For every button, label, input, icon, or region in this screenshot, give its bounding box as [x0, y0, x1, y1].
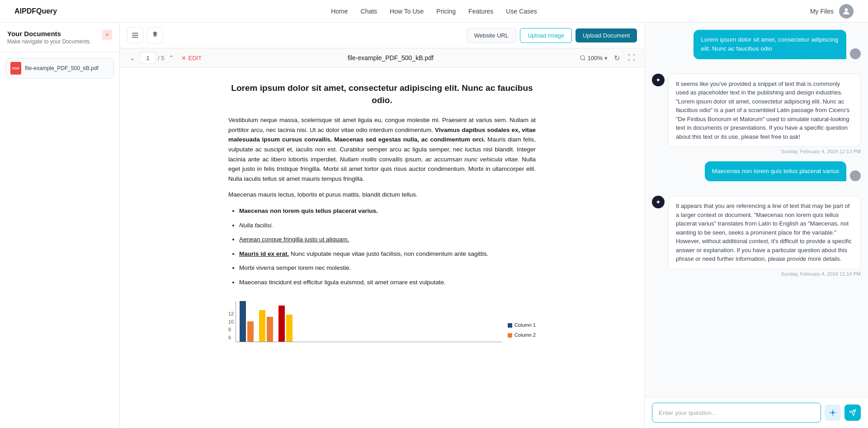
ai-bubble-1: It seems like you've provided a snippet … — [668, 74, 861, 147]
legend-item-1: Column 1 — [508, 321, 536, 329]
svg-point-0 — [845, 8, 848, 11]
ai-icon-2: ✦ — [656, 198, 661, 206]
nav-features[interactable]: Features — [468, 8, 493, 15]
chart-bars-wrapper — [236, 301, 502, 342]
list-item: Maecenas non lorem quis tellus placerat … — [239, 206, 536, 216]
nav-use-cases[interactable]: Use Cases — [506, 8, 537, 15]
upload-document-button[interactable]: Upload Document — [576, 28, 637, 42]
bar-col6-g3 — [286, 315, 292, 342]
search-icon — [580, 55, 586, 61]
pdf-content[interactable]: Lorem ipsum dolor sit amet, consectetur … — [120, 68, 644, 428]
nav-chats[interactable]: Chats — [361, 8, 377, 15]
page-prev-button[interactable]: ⌄ — [127, 53, 138, 62]
pdf-para-2: Maecenas mauris lectus, lobortis et puru… — [228, 190, 536, 200]
ai-bubble-col-2: It appears that you are referencing a li… — [668, 196, 861, 277]
y-label: 12 — [228, 310, 234, 318]
fullscreen-button[interactable]: ⛶ — [626, 53, 637, 63]
bar-group-1 — [240, 301, 254, 342]
nav-logo: AIPDFQuery — [14, 7, 57, 15]
sidebar-title-block: Your Documents Make navigate to your Doc… — [7, 30, 91, 45]
user-meta-1: Sunday, February 4, 2024 12:13 PM — [693, 61, 861, 66]
sidebar-docs: PDF file-example_PDF_500_kB.pdf — [0, 52, 119, 428]
ai-avatar-2: ✦ — [652, 196, 665, 208]
edit-button[interactable]: ✕ EDIT — [181, 55, 202, 61]
top-nav: AIPDFQuery Home Chats How To Use Pricing… — [0, 0, 868, 23]
zoom-control: 100% ▾ — [580, 55, 608, 61]
send-button[interactable] — [844, 404, 861, 421]
ai-meta-1: Sunday, February 4, 2024 12:13 PM — [668, 149, 861, 154]
chart-container: 12 10 8 6 — [228, 296, 536, 347]
pdf-page: Lorem ipsum dolor sit amet, consectetur … — [228, 82, 536, 347]
legend-label-2: Column 2 — [514, 331, 536, 339]
y-label: 10 — [228, 318, 234, 326]
ai-bubble-col-1: It seems like you've provided a snippet … — [668, 74, 861, 155]
left-sidebar: Your Documents Make navigate to your Doc… — [0, 23, 120, 428]
user-meta-2: Sunday, February 4, 2024 12:14 PM — [705, 183, 861, 188]
gemini-button[interactable] — [825, 404, 841, 421]
list-item: Aenean congue fringilla justo ut aliquam… — [239, 235, 536, 245]
ai-bubble-2: It appears that you are referencing a li… — [668, 196, 861, 269]
sidebar-close-button[interactable]: × — [102, 30, 112, 40]
bar-group-3 — [278, 306, 292, 342]
ai-avatar-1: ✦ — [652, 74, 665, 86]
chat-input[interactable] — [652, 403, 821, 423]
user-msg-row-1: Lorem ipsum dolor sit amet, consectetur … — [693, 30, 861, 59]
avatar[interactable] — [839, 4, 854, 19]
pdf-list: Maecenas non lorem quis tellus placerat … — [228, 206, 536, 287]
svg-point-4 — [154, 34, 156, 37]
user-avatar-1 — [850, 48, 861, 59]
bar-col4-g2 — [267, 317, 273, 342]
edit-x-icon: ✕ — [181, 55, 186, 61]
svg-point-7 — [831, 411, 834, 414]
user-msg-row-2: Maecenas non lorem quis tellus placerat … — [705, 161, 861, 181]
page-number-input[interactable] — [140, 52, 156, 64]
doc-item[interactable]: PDF file-example_PDF_500_kB.pdf — [5, 58, 114, 79]
upload-image-button[interactable]: Upload Image — [520, 28, 572, 43]
zoom-dropdown-button[interactable]: ▾ — [604, 55, 608, 61]
ai-time-2: Sunday, February 4, 2024 12:14 PM — [781, 271, 861, 277]
nav-how-to-use[interactable]: How To Use — [390, 8, 424, 15]
chart-y-axis: 12 10 8 6 — [228, 310, 236, 342]
user-message-2: Maecenas non lorem quis tellus placerat … — [705, 161, 861, 188]
list-item: Morbi viverra semper lorem nec molestie. — [239, 263, 536, 273]
send-icon — [849, 409, 856, 416]
ai-message-2: ✦ It appears that you are referencing a … — [652, 196, 861, 277]
right-chat-panel: Lorem ipsum dolor sit amet, consectetur … — [644, 23, 868, 428]
y-label: 6 — [228, 334, 234, 342]
bar-col5-g3 — [278, 306, 285, 342]
page-nav: ⌄ / 5 ⌃ — [127, 52, 177, 64]
legend-dot-1 — [508, 323, 512, 328]
user-bubble-1: Lorem ipsum dolor sit amet, consectetur … — [693, 30, 846, 59]
chat-input-area — [645, 397, 868, 428]
y-label: 8 — [228, 326, 234, 334]
legend-label-1: Column 1 — [514, 321, 536, 329]
ai-time-1: Sunday, February 4, 2024 12:13 PM — [781, 149, 861, 154]
gemini-icon — [829, 409, 836, 416]
doc-name: file-example_PDF_500_kB.pdf — [25, 65, 99, 71]
website-url-button[interactable]: Website URL — [467, 28, 516, 43]
nav-pricing[interactable]: Pricing — [436, 8, 456, 15]
edit-label: EDIT — [188, 55, 202, 61]
bar-col2-g1 — [247, 321, 254, 342]
svg-point-5 — [580, 56, 585, 60]
pdf-icon: PDF — [10, 62, 21, 75]
sidebar-header: Your Documents Make navigate to your Doc… — [0, 23, 119, 52]
nav-home[interactable]: Home — [331, 8, 348, 15]
nav-links: Home Chats How To Use Pricing Features U… — [331, 8, 537, 15]
refresh-button[interactable]: ↻ — [612, 53, 622, 63]
my-files-link[interactable]: My Files — [810, 8, 834, 15]
page-next-button[interactable]: ⌃ — [166, 53, 177, 62]
ai-meta-2: Sunday, February 4, 2024 12:14 PM — [668, 271, 861, 277]
pdf-viewer-header: ⌄ / 5 ⌃ ✕ EDIT file-example_PDF_500_kB.p… — [120, 48, 644, 68]
page-total: / 5 — [158, 55, 164, 61]
list-item: Nulla facilisi. — [239, 221, 536, 230]
nav-right: My Files — [810, 4, 854, 19]
bar-col1-g1 — [240, 301, 246, 342]
user-avatar-2 — [850, 170, 861, 181]
bar-col3-g2 — [259, 310, 265, 342]
settings-button[interactable] — [147, 27, 163, 43]
list-item: Mauris id ex erat. Nunc vulputate neque … — [239, 249, 536, 259]
toolbar: Website URL Upload Image Upload Document — [120, 23, 644, 48]
hamburger-menu-button[interactable] — [127, 27, 143, 43]
chat-messages: Lorem ipsum dolor sit amet, consectetur … — [645, 23, 868, 397]
